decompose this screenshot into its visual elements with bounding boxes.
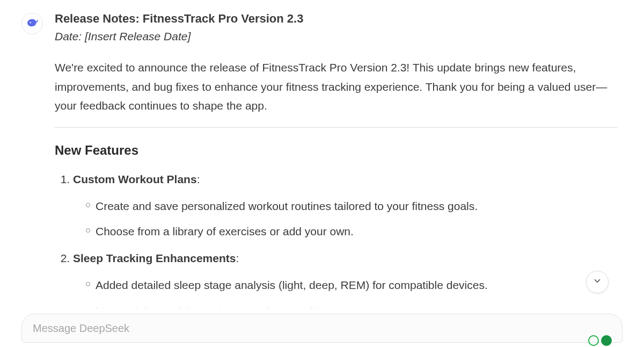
chat-scroll-area[interactable]: Release Notes: FitnessTrack Pro Version … [0, 0, 644, 309]
whale-icon [25, 16, 39, 32]
section-heading-new-features: New Features [55, 143, 617, 158]
feature-sublist: Added detailed sleep stage analysis (lig… [73, 276, 617, 309]
feature-list: Custom Workout Plans: Create and save pe… [55, 170, 617, 309]
status-indicator-icon [588, 335, 599, 346]
chevron-down-icon [592, 276, 602, 288]
release-date: Date: [Insert Release Date] [55, 30, 617, 43]
feature-title: Sleep Tracking Enhancements [73, 252, 236, 264]
message-input[interactable] [32, 322, 612, 335]
feature-title: Custom Workout Plans [73, 173, 197, 185]
release-title: Release Notes: FitnessTrack Pro Version … [55, 12, 617, 26]
corner-indicators [588, 335, 612, 346]
feature-sublist: Create and save personalized workout rou… [73, 197, 617, 241]
assistant-message: Release Notes: FitnessTrack Pro Version … [0, 0, 644, 309]
status-indicator-icon [601, 335, 612, 346]
svg-point-0 [30, 22, 31, 23]
feature-point: Added detailed sleep stage analysis (lig… [86, 276, 617, 295]
feature-item: Custom Workout Plans: Create and save pe… [73, 170, 617, 241]
scroll-to-bottom-button[interactable] [586, 271, 609, 293]
composer[interactable] [21, 314, 623, 343]
assistant-avatar [21, 13, 43, 34]
feature-item: Sleep Tracking Enhancements: Added detai… [73, 249, 617, 309]
feature-point: Create and save personalized workout rou… [86, 197, 617, 216]
section-divider [55, 127, 617, 128]
message-content: Release Notes: FitnessTrack Pro Version … [55, 12, 617, 309]
release-intro: We're excited to announce the release of… [55, 58, 617, 115]
feature-point: Choose from a library of exercises or ad… [86, 222, 617, 241]
feature-point: New insights and tips to improve sleep q… [86, 301, 617, 310]
